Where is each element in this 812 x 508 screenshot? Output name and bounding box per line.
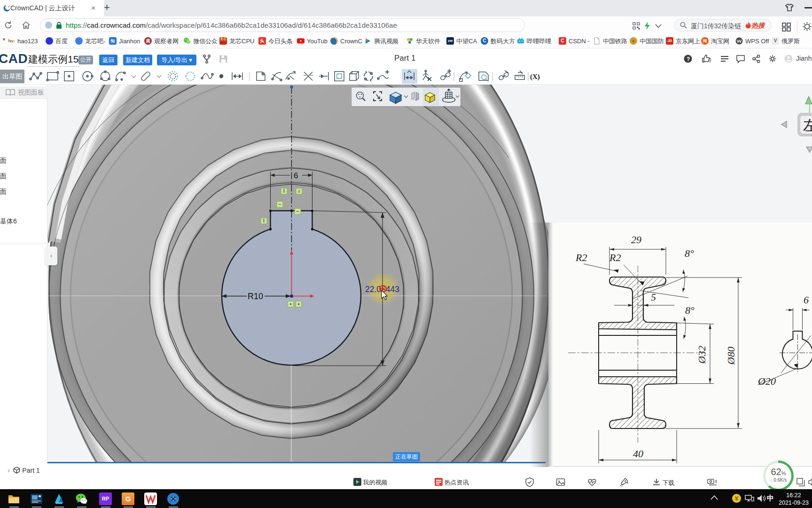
svg-text:左: 左 [803,118,812,133]
svg-text:8°: 8° [685,247,694,259]
svg-text:I: I [263,218,265,223]
svg-text:?: ? [687,56,690,63]
svg-text:Ø20: Ø20 [757,375,776,387]
svg-text:5: 5 [651,291,656,303]
svg-text:−: − [279,202,281,207]
svg-text:0: 0 [708,57,711,64]
svg-text:Ø80: Ø80 [725,347,737,365]
svg-text:R10: R10 [248,292,263,301]
svg-text:R2: R2 [575,252,587,263]
svg-text:29: 29 [631,234,641,246]
svg-text:40: 40 [633,448,643,460]
svg-text:(X): (X) [530,73,540,81]
svg-text:R2: R2 [609,252,621,263]
svg-text:x: x [298,189,301,194]
svg-text:6: 6 [294,171,298,180]
svg-text:−: − [297,209,299,214]
svg-text:6: 6 [804,294,809,306]
svg-text:I: I [283,189,285,194]
svg-text:Ø32: Ø32 [696,346,708,364]
svg-text:8°: 8° [685,304,695,316]
